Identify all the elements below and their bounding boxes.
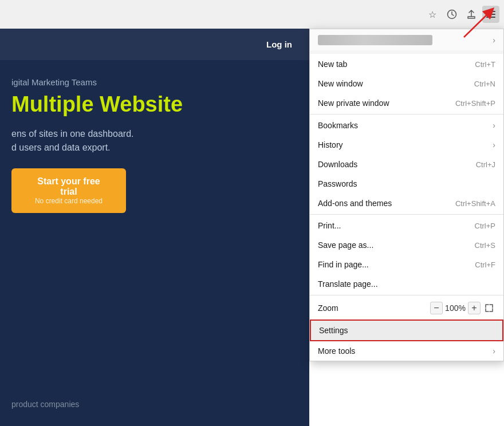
hero-section: igital Marketing Teams Multiple Website … <box>0 60 309 224</box>
menu-item-translate[interactable]: Translate page... <box>310 274 503 294</box>
login-button[interactable]: Log in <box>266 40 292 49</box>
menu-item-downloads[interactable]: Downloads Ctrl+J <box>310 155 503 174</box>
cta-main-text: Start your free trial <box>29 176 109 197</box>
menu-item-find[interactable]: Find in page... Ctrl+F <box>310 255 503 274</box>
hero-subtitle: igital Marketing Teams <box>11 77 298 87</box>
divider-3 <box>310 295 503 295</box>
menu-item-settings[interactable]: Settings <box>310 320 503 341</box>
hamburger-menu-icon[interactable] <box>482 6 499 23</box>
bookmarks-chevron-icon: › <box>493 121 495 130</box>
menu-item-addons[interactable]: Add-ons and themes Ctrl+Shift+A <box>310 194 503 213</box>
hero-description: ens of sites in one dashboard. d users a… <box>11 127 298 155</box>
menu-item-bookmarks[interactable]: Bookmarks › <box>310 116 503 135</box>
history-icon[interactable] <box>443 6 460 23</box>
menu-item-print[interactable]: Print... Ctrl+P <box>310 216 503 235</box>
zoom-in-button[interactable]: + <box>468 302 481 314</box>
menu-profile-row[interactable]: › <box>310 29 503 52</box>
browser-toolbar: ☆ <box>0 0 504 29</box>
menu-item-passwords[interactable]: Passwords <box>310 174 503 194</box>
context-menu: › New tab Ctrl+T New window Ctrl+N New p… <box>309 29 504 361</box>
zoom-value: 100% <box>445 303 466 313</box>
more-tools-chevron-icon: › <box>493 346 495 356</box>
divider-2 <box>310 214 503 215</box>
cta-button[interactable]: Start your free trial No credit card nee… <box>11 168 126 213</box>
zoom-out-button[interactable]: − <box>430 302 443 314</box>
divider-after-profile <box>310 53 503 53</box>
menu-item-history[interactable]: History › <box>310 135 503 155</box>
menu-item-zoom: Zoom − 100% + <box>310 297 503 320</box>
menu-item-save-page[interactable]: Save page as... Ctrl+S <box>310 235 503 255</box>
webpage-header: Log in <box>0 29 309 60</box>
footer-text: product companies <box>11 400 79 409</box>
history-chevron-icon: › <box>493 140 495 149</box>
share-icon[interactable] <box>463 6 480 23</box>
menu-item-more-tools[interactable]: More tools › <box>310 341 503 361</box>
zoom-fullscreen-icon[interactable] <box>483 302 495 314</box>
webpage-background: Log in igital Marketing Teams Multiple W… <box>0 29 309 426</box>
cta-sub-text: No credit card needed <box>29 197 109 205</box>
divider-1 <box>310 114 503 115</box>
hero-title: Multiple Website <box>11 93 298 117</box>
star-icon[interactable]: ☆ <box>424 6 441 23</box>
menu-item-new-window[interactable]: New window Ctrl+N <box>310 74 503 93</box>
profile-chevron-icon: › <box>493 36 495 45</box>
zoom-controls: − 100% + <box>430 302 495 314</box>
menu-item-new-tab[interactable]: New tab Ctrl+T <box>310 54 503 74</box>
menu-item-new-private-window[interactable]: New private window Ctrl+Shift+P <box>310 93 503 113</box>
profile-avatar <box>318 35 432 45</box>
